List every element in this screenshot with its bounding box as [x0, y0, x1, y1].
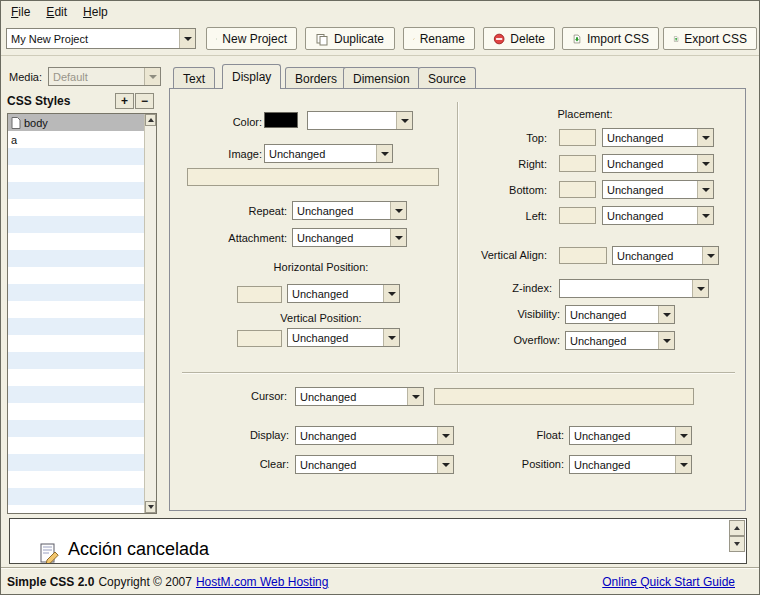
status-bar: Simple CSS 2.0 Copyright © 2007 HostM.co… [1, 567, 759, 594]
color-label: Color: [190, 116, 262, 128]
tab-borders[interactable]: Borders [285, 67, 347, 89]
cursor-select[interactable]: Unchanged [295, 387, 424, 406]
chevron-down-icon [658, 306, 674, 323]
export-css-button[interactable]: Export CSS [663, 27, 757, 50]
menu-item-file[interactable]: File [3, 2, 38, 22]
top-select[interactable]: Unchanged [602, 128, 714, 147]
remove-style-button[interactable]: − [135, 93, 154, 109]
float-label: Float: [492, 429, 564, 441]
tab-dimension[interactable]: Dimension [343, 67, 420, 89]
vertical-align-select[interactable]: Unchanged [612, 246, 719, 265]
tab-source[interactable]: Source [418, 67, 476, 89]
bottom-select[interactable]: Unchanged [602, 180, 714, 199]
delete-button[interactable]: Delete [483, 27, 555, 50]
left-select[interactable]: Unchanged [602, 206, 714, 225]
statusbar-left: Simple CSS 2.0 Copyright © 2007 HostM.co… [7, 575, 328, 589]
import-css-button[interactable]: Import CSS [562, 27, 659, 50]
position-select[interactable]: Unchanged [569, 455, 692, 474]
chevron-down-icon [383, 329, 399, 346]
chevron-down-icon [697, 129, 713, 146]
visibility-label: Visibility: [475, 308, 560, 320]
float-select[interactable]: Unchanged [569, 426, 692, 445]
left-field[interactable] [559, 207, 596, 224]
rename-button[interactable]: Rename [403, 27, 475, 50]
color-swatch[interactable] [264, 112, 298, 128]
style-item-label: a [11, 134, 17, 146]
overflow-select[interactable]: Unchanged [565, 331, 675, 350]
attachment-select[interactable]: Unchanged [292, 228, 407, 247]
right-field[interactable] [559, 155, 596, 172]
top-field[interactable] [559, 129, 596, 146]
chevron-down-icon [407, 388, 423, 405]
display-select[interactable]: Unchanged [295, 426, 454, 445]
quick-start-guide-link[interactable]: Online Quick Start Guide [602, 575, 735, 589]
visibility-select[interactable]: Unchanged [565, 305, 675, 324]
toolbar: My New Project New Project Duplicate Ren… [1, 22, 759, 56]
right-select[interactable]: Unchanged [602, 154, 714, 173]
add-style-button[interactable]: + [115, 93, 134, 109]
chevron-down-icon [697, 207, 713, 224]
duplicate-button[interactable]: Duplicate [305, 27, 395, 50]
image-select[interactable]: Unchanged [264, 144, 393, 163]
chevron-down-icon [376, 145, 392, 162]
export-css-label: Export CSS [684, 32, 747, 46]
overflow-label: Overflow: [475, 334, 560, 346]
message-scroll-up-icon[interactable] [729, 520, 745, 536]
chevron-down-icon [396, 112, 412, 129]
chevron-down-icon [383, 285, 399, 302]
statusbar-right: Online Quick Start Guide [602, 575, 735, 589]
placement-label: Placement: [520, 108, 650, 120]
menu-item-edit[interactable]: Edit [38, 2, 75, 22]
style-list[interactable]: body a [7, 113, 157, 514]
project-select[interactable]: My New Project [6, 28, 196, 49]
chevron-down-icon [697, 155, 713, 172]
chevron-down-icon [675, 427, 691, 444]
chevron-down-icon [390, 202, 406, 219]
repeat-select[interactable]: Unchanged [292, 201, 407, 220]
vertical-align-field[interactable] [559, 247, 607, 264]
right-label: Right: [475, 158, 547, 170]
left-label: Left: [475, 210, 547, 222]
tab-display[interactable]: Display [222, 64, 281, 89]
cursor-extra-field[interactable] [434, 388, 694, 405]
scroll-up-icon[interactable] [145, 114, 156, 126]
repeat-label: Repeat: [210, 205, 287, 217]
vertical-divider [457, 102, 459, 372]
horizontal-position-field[interactable] [237, 286, 282, 303]
export-icon [673, 32, 679, 46]
message-scroll-down-icon[interactable] [729, 536, 745, 552]
image-label: Image: [190, 148, 262, 160]
hostm-link[interactable]: HostM.com Web Hosting [196, 575, 329, 589]
image-path-field[interactable] [187, 168, 439, 186]
vertical-position-field[interactable] [237, 330, 282, 347]
tab-text[interactable]: Text [173, 67, 215, 89]
clear-select[interactable]: Unchanged [295, 455, 454, 474]
chevron-down-icon [702, 247, 718, 264]
chevron-down-icon [697, 181, 713, 198]
chevron-down-icon [675, 456, 691, 473]
z-index-label: Z-index: [470, 282, 552, 294]
action-page-icon [38, 543, 60, 564]
project-select-value: My New Project [7, 29, 179, 48]
chevron-down-icon [437, 456, 453, 473]
z-index-select[interactable] [559, 279, 709, 298]
import-icon [572, 32, 582, 46]
list-item-body[interactable]: body [8, 114, 145, 131]
copyright-text: Copyright © 2007 [98, 575, 192, 589]
delete-label: Delete [510, 32, 545, 46]
chevron-down-icon [390, 229, 406, 246]
list-item-a[interactable]: a [8, 131, 145, 148]
bottom-field[interactable] [559, 181, 596, 198]
list-scrollbar[interactable] [144, 114, 156, 513]
vertical-position-select[interactable]: Unchanged [287, 328, 400, 347]
horizontal-divider [182, 372, 735, 374]
message-text: Acción cancelada [68, 539, 209, 560]
menu-item-help[interactable]: Help [75, 2, 116, 22]
scroll-down-icon[interactable] [145, 501, 156, 513]
media-label: Media: [9, 71, 42, 83]
new-page-icon [216, 32, 217, 46]
new-project-button[interactable]: New Project [206, 27, 297, 50]
media-select[interactable]: Default [48, 67, 161, 86]
color-select[interactable] [307, 111, 413, 130]
horizontal-position-select[interactable]: Unchanged [287, 284, 400, 303]
